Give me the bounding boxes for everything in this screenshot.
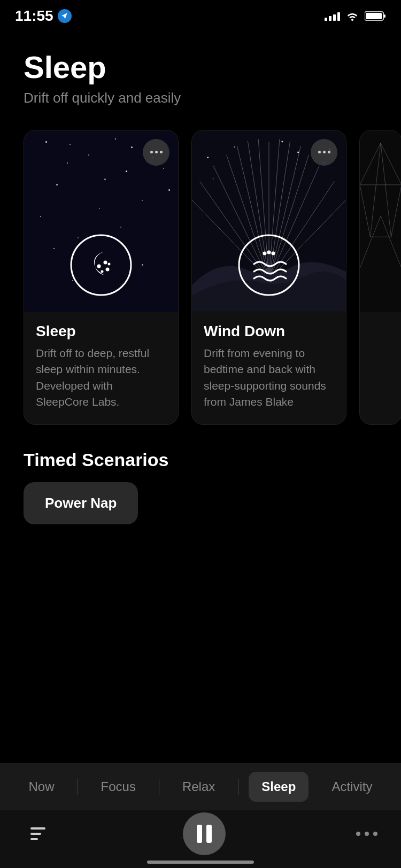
svg-rect-2 bbox=[384, 14, 386, 18]
more-dots-icon bbox=[318, 151, 330, 153]
wind-down-card[interactable]: Wind Down Drift from evening to bedtime … bbox=[191, 130, 346, 425]
tab-now[interactable]: Now bbox=[16, 772, 67, 802]
svg-point-29 bbox=[213, 178, 214, 179]
svg-rect-47 bbox=[30, 838, 38, 840]
pause-icon bbox=[197, 825, 212, 843]
tab-divider-2 bbox=[159, 779, 159, 795]
tab-relax[interactable]: Relax bbox=[169, 772, 228, 802]
status-right bbox=[325, 11, 386, 21]
svg-line-43 bbox=[360, 216, 381, 268]
svg-point-24 bbox=[207, 157, 209, 158]
tab-focus[interactable]: Focus bbox=[88, 772, 149, 802]
wind-down-card-description: Drift from evening to bedtime and back w… bbox=[204, 345, 334, 410]
wind-down-card-icon bbox=[237, 233, 301, 299]
status-bar: 11:55 bbox=[0, 0, 401, 29]
svg-rect-46 bbox=[30, 833, 41, 835]
wind-down-card-more-button[interactable] bbox=[311, 139, 337, 166]
svg-point-7 bbox=[101, 270, 104, 273]
tab-divider-3 bbox=[238, 779, 238, 795]
wifi-icon bbox=[345, 11, 359, 21]
wind-down-card-image bbox=[192, 130, 346, 312]
svg-point-34 bbox=[272, 251, 275, 255]
partial-card-image bbox=[360, 130, 401, 312]
more-dot-3 bbox=[373, 832, 377, 836]
svg-line-38 bbox=[371, 143, 381, 237]
svg-point-4 bbox=[104, 260, 107, 264]
tab-activity[interactable]: Activity bbox=[319, 772, 385, 802]
signal-bars bbox=[325, 11, 340, 21]
sleep-card-description: Drift off to deep, restful sleep within … bbox=[36, 345, 166, 410]
svg-point-33 bbox=[267, 250, 271, 254]
sleep-card-title: Sleep bbox=[36, 323, 166, 340]
svg-point-28 bbox=[281, 141, 283, 142]
battery-icon bbox=[365, 11, 386, 21]
more-dot-1 bbox=[356, 832, 360, 836]
svg-line-40 bbox=[360, 185, 371, 237]
svg-rect-1 bbox=[366, 13, 382, 19]
svg-line-41 bbox=[391, 185, 402, 237]
svg-line-44 bbox=[381, 216, 401, 268]
play-pause-button[interactable] bbox=[183, 812, 226, 855]
page-header: Sleep Drift off quickly and easily bbox=[0, 29, 401, 117]
svg-point-32 bbox=[263, 251, 267, 255]
svg-line-36 bbox=[381, 143, 401, 185]
svg-line-35 bbox=[360, 143, 381, 185]
sleep-card-icon bbox=[69, 233, 133, 299]
geo-svg bbox=[360, 130, 401, 312]
sleep-card-more-button[interactable] bbox=[143, 139, 169, 166]
status-time: 11:55 bbox=[15, 7, 72, 25]
tab-sleep[interactable]: Sleep bbox=[249, 772, 309, 802]
svg-point-25 bbox=[234, 146, 235, 148]
time-display: 11:55 bbox=[15, 7, 53, 25]
playlist-icon bbox=[26, 822, 50, 846]
svg-point-8 bbox=[108, 262, 111, 265]
svg-point-26 bbox=[297, 151, 299, 153]
more-dots-icon bbox=[150, 151, 163, 153]
svg-point-5 bbox=[97, 264, 101, 268]
wind-down-card-content: Wind Down Drift from evening to bedtime … bbox=[192, 312, 346, 424]
sleep-card-content: Sleep Drift off to deep, restful sleep w… bbox=[24, 312, 178, 424]
sleep-card-image bbox=[24, 130, 178, 312]
partial-card[interactable] bbox=[359, 130, 401, 425]
player-bar bbox=[0, 810, 401, 868]
home-indicator bbox=[147, 861, 254, 864]
svg-point-3 bbox=[71, 235, 131, 295]
location-icon bbox=[58, 9, 72, 23]
page-title: Sleep bbox=[24, 50, 377, 84]
player-more-button[interactable] bbox=[356, 832, 377, 836]
more-dot-2 bbox=[365, 832, 369, 836]
svg-point-6 bbox=[106, 267, 110, 271]
timed-scenarios-title: Timed Scenarios bbox=[0, 433, 401, 482]
page-subtitle: Drift off quickly and easily bbox=[24, 90, 377, 106]
svg-point-31 bbox=[239, 235, 299, 295]
wind-down-card-title: Wind Down bbox=[204, 323, 334, 340]
playlist-button[interactable] bbox=[24, 819, 52, 848]
svg-line-39 bbox=[381, 143, 391, 237]
cards-container: Sleep Drift off to deep, restful sleep w… bbox=[0, 117, 401, 433]
sleep-card[interactable]: Sleep Drift off to deep, restful sleep w… bbox=[24, 130, 179, 425]
tab-divider-1 bbox=[78, 779, 78, 795]
geo-background bbox=[360, 130, 401, 312]
tab-bar: Now Focus Relax Sleep Activity bbox=[0, 763, 401, 810]
power-nap-button[interactable]: Power Nap bbox=[24, 482, 138, 524]
svg-rect-45 bbox=[30, 827, 45, 830]
arrow-icon bbox=[61, 12, 68, 20]
